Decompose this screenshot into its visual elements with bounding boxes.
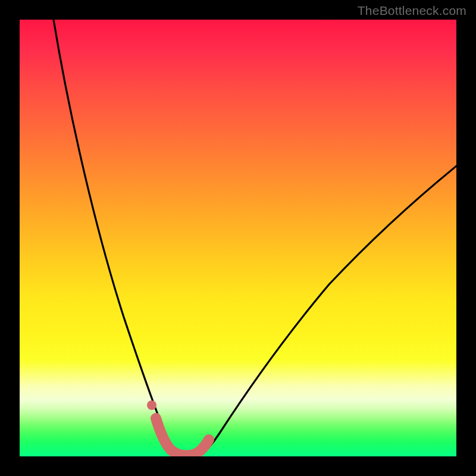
plot-area: [20, 20, 456, 456]
trough-marker-band: [156, 418, 209, 455]
bottleneck-curve-left: [54, 20, 178, 455]
outlier-dot-icon: [147, 400, 156, 410]
bottleneck-curve-right: [198, 166, 456, 455]
chart-frame: TheBottleneck.com: [0, 0, 476, 476]
watermark-text: TheBottleneck.com: [358, 4, 466, 18]
curve-layer: [20, 20, 456, 456]
